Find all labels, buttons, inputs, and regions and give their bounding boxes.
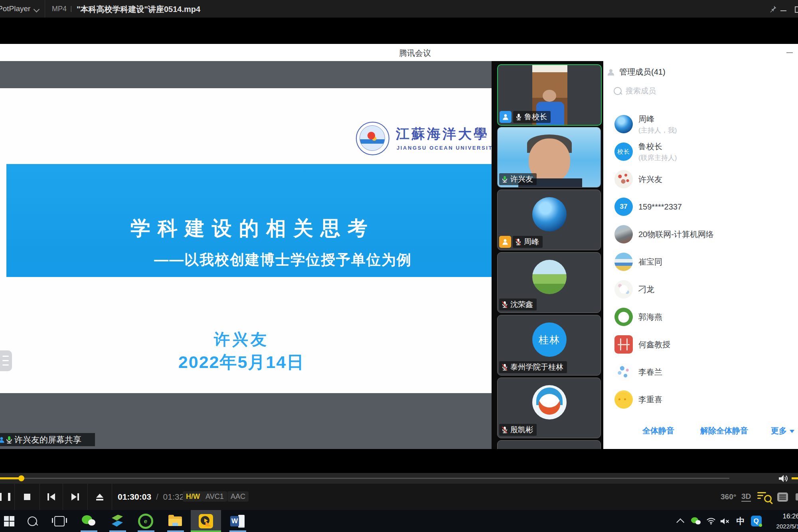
tray-expand-button[interactable]	[674, 510, 689, 532]
members-header: 管理成员(41)	[606, 67, 666, 77]
qq-icon: Q	[751, 516, 762, 526]
member-row[interactable]: 许兴友	[603, 166, 798, 193]
audio-codec-badge[interactable]: AAC	[227, 491, 249, 502]
next-button[interactable]	[63, 484, 87, 510]
member-row[interactable]: 郭海燕	[603, 303, 798, 331]
person-icon	[606, 68, 615, 77]
seek-track[interactable]	[0, 478, 729, 479]
mic-on-icon	[502, 175, 508, 183]
member-row[interactable]: 李重喜	[603, 386, 798, 413]
video-tile-xuxingyou[interactable]: 许兴友	[497, 127, 601, 188]
video-canvas[interactable]: 腾讯会议 江蘇海洋大學 JIANGSU OCEAN UNIVERSITY 学科建…	[0, 18, 798, 473]
video-tile-zhoufeng[interactable]: 周峰	[497, 190, 601, 250]
member-row[interactable]: 崔宝同	[603, 248, 798, 276]
member-row[interactable]: 李春兰	[603, 358, 798, 386]
minimize-button[interactable]	[780, 10, 786, 11]
taskbar-capture-app[interactable]	[108, 510, 126, 532]
participant-name: 许兴友	[510, 174, 533, 184]
tray-time: 16:26	[773, 512, 798, 520]
tray-wechat[interactable]	[688, 510, 704, 532]
tray-ime[interactable]: 中	[733, 510, 749, 532]
wifi-icon	[706, 517, 716, 525]
taskbar-browser[interactable]: e	[136, 510, 155, 532]
taskbar-potplayer-active[interactable]	[191, 510, 221, 532]
seek-thumb[interactable]	[18, 475, 24, 481]
taskbar-file-explorer[interactable]	[166, 510, 184, 532]
tray-qq-app[interactable]: Q	[748, 510, 764, 532]
playlist-icon	[777, 492, 788, 502]
divider-glyph: |	[70, 5, 72, 13]
member-row[interactable]: 刁龙	[603, 276, 798, 303]
video-tile-guilin[interactable]: 桂林 泰州学院于桂林	[497, 315, 601, 376]
speaker-icon[interactable]	[778, 474, 788, 483]
taskbar-clock[interactable]: 16:26 2022/5/1	[773, 512, 798, 530]
member-name: 159****2337	[638, 202, 682, 212]
tray-volume-muted[interactable]	[717, 510, 733, 532]
video-tile-yinkaibin[interactable]: 殷凯彬	[497, 378, 601, 438]
member-row[interactable]: 20物联网-计算机网络	[603, 221, 798, 248]
wechat-icon	[82, 515, 95, 527]
share-banner: 许兴友的屏幕共享	[0, 433, 95, 446]
taskbar-word[interactable]: W	[228, 510, 247, 532]
running-indicator	[229, 530, 246, 532]
video-tile-partial	[497, 440, 601, 449]
wechat-icon	[691, 517, 701, 525]
hamburger-icon	[2, 356, 9, 357]
avatar-text: 37	[620, 203, 628, 211]
avatar	[614, 363, 633, 381]
member-search[interactable]: 搜索成员	[614, 86, 656, 96]
seek-bar[interactable]	[0, 473, 798, 484]
members-footer: 全体静音 解除全体静音 更多	[603, 422, 798, 440]
previous-button[interactable]	[40, 484, 63, 510]
search-placeholder: 搜索成员	[626, 86, 656, 96]
divider	[112, 484, 112, 510]
start-button[interactable]	[0, 510, 18, 532]
playlist-search-button[interactable]	[757, 484, 772, 510]
vr-360-button[interactable]: 360°	[721, 484, 736, 510]
meeting-minimize-button[interactable]	[786, 52, 793, 53]
caret-down-icon	[790, 430, 794, 433]
maximize-button[interactable]	[795, 6, 798, 13]
member-row[interactable]: 周峰 (主持人，我)	[603, 111, 798, 138]
avatar	[614, 280, 633, 299]
mute-all-button[interactable]: 全体静音	[642, 425, 674, 436]
presenter-badge-icon	[499, 236, 511, 248]
meeting-titlebar: 腾讯会议	[0, 44, 798, 61]
member-row[interactable]: 校长 鲁校长 (联席主持人)	[603, 138, 798, 166]
playlist-button[interactable]	[777, 484, 788, 510]
unmute-all-button[interactable]: 解除全体静音	[700, 425, 748, 436]
decoration	[543, 90, 556, 102]
chevron-up-icon	[676, 518, 684, 526]
pin-icon[interactable]	[769, 5, 777, 13]
browser-360-icon: e	[138, 514, 153, 529]
member-row[interactable]: 37 159****2337	[603, 193, 798, 221]
taskbar-search-button[interactable]	[23, 510, 41, 532]
participant-name: 殷凯彬	[510, 425, 533, 435]
app-name[interactable]: PotPlayer	[0, 4, 30, 13]
3d-button[interactable]: 3D	[741, 484, 751, 510]
avatar	[532, 385, 567, 419]
title-banner: 学科建设的相关思考 ——以我校创建博士学位授予单位为例	[6, 164, 492, 277]
members-panel: 管理成员(41) 搜索成员 周峰 (主持人，我) 校长 鲁校长 (联席主持人)	[603, 61, 798, 449]
video-tile-shenrongxin[interactable]: 沈荣鑫	[497, 252, 601, 313]
task-view-button[interactable]	[50, 510, 69, 532]
member-name: 许兴友	[638, 174, 662, 185]
member-row[interactable]: 何鑫教授	[603, 331, 798, 358]
open-button[interactable]	[87, 484, 112, 510]
member-name: 李春兰	[638, 367, 662, 378]
video-codec-badge[interactable]: AVC1	[202, 491, 227, 502]
chevron-down-icon[interactable]	[34, 6, 40, 13]
volume-slider[interactable]	[792, 477, 798, 479]
annotation-handle[interactable]	[0, 350, 12, 371]
member-name: 何鑫教授	[638, 339, 670, 350]
pause-button[interactable]	[0, 484, 14, 510]
video-tile-luxiaozhang[interactable]: 鲁校长	[497, 64, 602, 126]
taskbar-wechat[interactable]	[79, 510, 98, 532]
hw-decode-badge[interactable]: H/W	[183, 491, 203, 502]
participant-name: 沈荣鑫	[510, 299, 533, 310]
stop-button[interactable]	[14, 484, 40, 510]
active-indicator	[191, 530, 221, 532]
pause-icon	[0, 493, 10, 501]
more-button[interactable]: 更多	[771, 425, 794, 436]
slide-date: 2022年5月14日	[0, 351, 483, 374]
